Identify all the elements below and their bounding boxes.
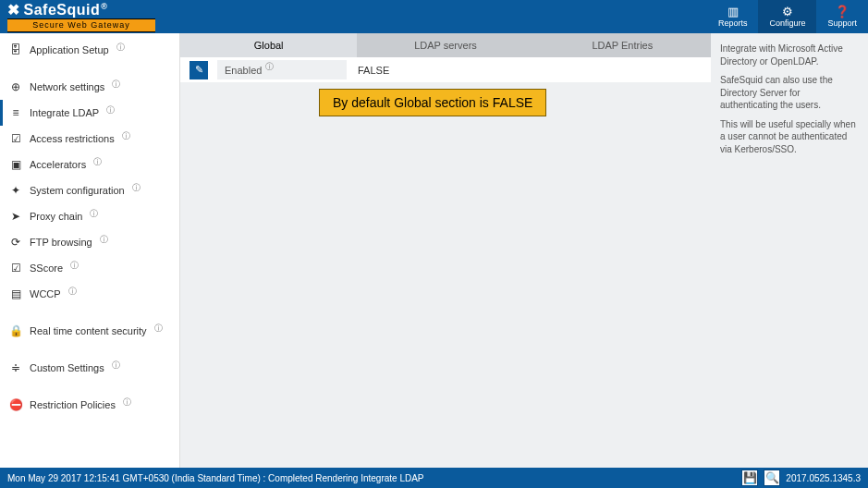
info-icon: ⓘ [122, 130, 130, 142]
nav-configure-label: Configure [769, 18, 805, 28]
layout: 🗄 Application Setup ⓘ ⊕ Network settings… [0, 33, 868, 468]
sidebar-item-label: Application Setup [30, 44, 109, 55]
nav-reports-label: Reports [718, 18, 748, 28]
tab-ldap-servers[interactable]: LDAP servers [357, 33, 533, 57]
ftp-icon: ⟳ [9, 236, 22, 249]
policy-icon: ⛔ [9, 398, 22, 411]
brand-tagline: Secure Web Gateway [7, 18, 155, 32]
info-icon: ⓘ [123, 396, 131, 409]
sliders-icon: ≑ [9, 361, 22, 374]
info-icon: ⓘ [106, 104, 115, 116]
info-icon: ⓘ [112, 360, 120, 372]
shield-icon: 🔒 [9, 324, 22, 337]
sidebar-item-label: Network settings [30, 81, 104, 92]
info-icon: ⓘ [116, 42, 125, 54]
sidebar-item-system-configuration[interactable]: ✦ System configuration ⓘ [0, 177, 179, 203]
search-button[interactable]: 🔍 [764, 470, 780, 486]
accelerator-icon: ▣ [9, 158, 22, 171]
nav-reports[interactable]: ▥ Reports [707, 0, 759, 33]
sidebar-item-label: Accelerators [30, 159, 86, 170]
sidebar-item-accelerators[interactable]: ▣ Accelerators ⓘ [0, 152, 179, 177]
gear-icon: ✦ [9, 184, 22, 197]
search-icon: 🔍 [765, 471, 779, 484]
sidebar-item-network-settings[interactable]: ⊕ Network settings ⓘ [0, 74, 179, 100]
info-icon: ⓘ [70, 260, 79, 272]
sidebar-item-ftp-browsing[interactable]: ⟳ FTP browsing ⓘ [0, 229, 179, 255]
brand-name: ✖ SafeSquid® [7, 1, 155, 18]
info-icon: ⓘ [68, 286, 77, 298]
nav-support-label: Support [827, 18, 857, 28]
info-icon: ⓘ [265, 61, 274, 73]
sidebar: 🗄 Application Setup ⓘ ⊕ Network settings… [0, 33, 180, 468]
brand-icon: ✖ [7, 1, 20, 18]
help-text: Integrate with Microsoft Active Director… [720, 43, 859, 67]
sidebar-item-integrate-ldap[interactable]: ≡ Integrate LDAP ⓘ [0, 100, 179, 126]
sidebar-item-label: SScore [30, 262, 63, 274]
sidebar-item-label: WCCP [30, 288, 61, 299]
sidebar-item-application-setup[interactable]: 🗄 Application Setup ⓘ [0, 37, 179, 63]
top-bar: ✖ SafeSquid® Secure Web Gateway ▥ Report… [0, 0, 868, 33]
footer: Mon May 29 2017 12:15:41 GMT+0530 (India… [0, 468, 868, 488]
score-icon: ☑ [9, 262, 22, 274]
sidebar-item-label: Integrate LDAP [30, 107, 99, 118]
config-value-enabled: FALSE [347, 61, 400, 79]
sidebar-item-label: Access restrictions [30, 133, 115, 144]
chain-icon: ➤ [9, 210, 22, 223]
edit-button[interactable]: ✎ [189, 61, 208, 79]
sidebar-item-restriction-policies[interactable]: ⛔ Restriction Policies ⓘ [0, 392, 179, 418]
sidebar-item-wccp[interactable]: ▤ WCCP ⓘ [0, 281, 179, 307]
sidebar-item-label: Custom Settings [30, 362, 104, 373]
help-text: SafeSquid can also use the Directory Ser… [720, 74, 859, 112]
info-icon: ⓘ [100, 234, 108, 246]
version-label: 2017.0525.1345.3 [786, 473, 861, 483]
info-icon: ⓘ [132, 182, 141, 194]
brand: ✖ SafeSquid® Secure Web Gateway [0, 0, 163, 34]
save-button[interactable]: 💾 [741, 470, 758, 486]
tabs: Global LDAP servers LDAP Entries [180, 33, 711, 57]
configure-icon: ⚙ [782, 6, 793, 18]
config-row-enabled: ✎ Enabled ⓘ FALSE [180, 57, 711, 82]
network-icon: ⊕ [9, 80, 22, 93]
info-icon: ⓘ [154, 323, 163, 335]
sidebar-item-access-restrictions[interactable]: ☑ Access restrictions ⓘ [0, 126, 179, 152]
sidebar-item-label: Real time content security [30, 325, 147, 336]
footer-right: 💾 🔍 2017.0525.1345.3 [741, 470, 861, 486]
info-icon: ⓘ [112, 79, 120, 91]
sidebar-item-label: Proxy chain [30, 211, 82, 222]
top-nav: ▥ Reports ⚙ Configure ❓ Support [707, 0, 868, 33]
edit-icon: ✎ [195, 64, 203, 76]
footer-status: Mon May 29 2017 12:15:41 GMT+0530 (India… [7, 473, 424, 483]
sidebar-item-label: Restriction Policies [30, 399, 116, 410]
reports-icon: ▥ [727, 6, 739, 18]
support-icon: ❓ [835, 6, 850, 18]
main: Global LDAP servers LDAP Entries ✎ Enabl… [180, 33, 711, 468]
help-panel: Integrate with Microsoft Active Director… [711, 33, 868, 468]
tab-ldap-entries[interactable]: LDAP Entries [534, 33, 711, 57]
config-content: ✎ Enabled ⓘ FALSE [180, 57, 711, 82]
callout-note: By default Global section is FALSE [319, 89, 546, 116]
help-text: This will be useful specially when a use… [720, 118, 859, 156]
ldap-icon: ≡ [9, 106, 22, 119]
info-icon: ⓘ [93, 156, 102, 168]
lock-icon: ☑ [9, 132, 22, 145]
sidebar-item-real-time-content-security[interactable]: 🔒 Real time content security ⓘ [0, 318, 179, 344]
sidebar-item-label: FTP browsing [30, 237, 92, 248]
sidebar-item-sscore[interactable]: ☑ SScore ⓘ [0, 255, 179, 281]
nav-support[interactable]: ❓ Support [816, 0, 868, 33]
sidebar-item-custom-settings[interactable]: ≑ Custom Settings ⓘ [0, 355, 179, 381]
nav-configure[interactable]: ⚙ Configure [758, 0, 816, 33]
config-label-enabled: Enabled ⓘ [217, 60, 347, 79]
info-icon: ⓘ [90, 208, 98, 220]
sidebar-item-label: System configuration [30, 185, 125, 196]
briefcase-icon: 🗄 [9, 43, 22, 56]
save-icon: 💾 [743, 471, 757, 484]
tab-global[interactable]: Global [180, 33, 357, 57]
sidebar-item-proxy-chain[interactable]: ➤ Proxy chain ⓘ [0, 203, 179, 229]
wccp-icon: ▤ [9, 287, 22, 300]
